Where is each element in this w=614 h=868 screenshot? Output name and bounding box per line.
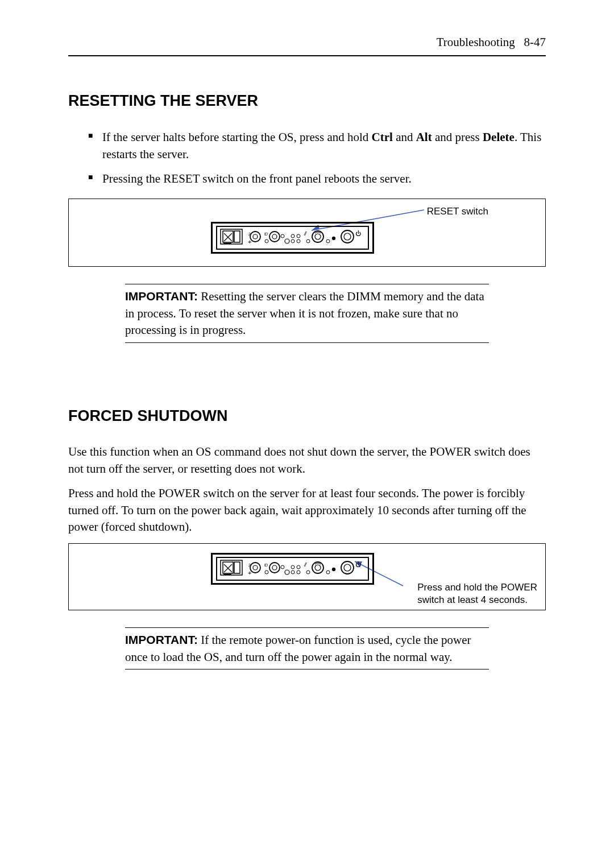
svg-rect-38 xyxy=(223,574,231,575)
svg-text:⏻: ⏻ xyxy=(355,230,361,237)
svg-point-24 xyxy=(315,234,321,239)
svg-point-57 xyxy=(326,571,330,574)
svg-text://: // xyxy=(304,231,308,237)
front-panel-svg-icon: 2 + ID // xyxy=(220,229,365,245)
svg-point-10 xyxy=(253,234,258,239)
svg-point-15 xyxy=(265,239,268,243)
svg-point-48 xyxy=(285,570,289,574)
svg-point-13 xyxy=(269,232,280,242)
svg-point-52 xyxy=(297,565,300,569)
important-label: IMPORTANT: xyxy=(125,290,198,303)
svg-point-59 xyxy=(341,561,354,574)
svg-rect-33 xyxy=(221,560,242,575)
svg-point-23 xyxy=(312,231,323,242)
svg-point-45 xyxy=(272,565,277,570)
key-alt: Alt xyxy=(416,130,432,144)
svg-point-54 xyxy=(312,562,323,573)
important-note-power: IMPORTANT: If the remote power-on functi… xyxy=(125,627,489,669)
svg-rect-6 xyxy=(234,231,240,242)
list-item: Pressing the RESET switch on the front p… xyxy=(102,171,546,187)
svg-point-44 xyxy=(269,563,280,573)
important-note-reset: IMPORTANT: Resetting the server clears t… xyxy=(125,284,489,342)
svg-point-27 xyxy=(332,237,335,240)
svg-point-21 xyxy=(297,234,300,238)
header-page: 8-47 xyxy=(524,35,546,49)
svg-point-26 xyxy=(326,239,330,243)
front-panel-svg-icon: 2 + ID // xyxy=(220,560,365,576)
svg-text:ID: ID xyxy=(264,563,268,567)
key-delete: Delete xyxy=(483,130,515,144)
svg-text://: // xyxy=(304,562,308,568)
svg-point-41 xyxy=(253,565,258,570)
list-item: If the server halts before starting the … xyxy=(102,129,546,163)
svg-rect-7 xyxy=(223,243,231,244)
reset-figure: RESET switch 2 + ID xyxy=(68,199,546,267)
svg-point-58 xyxy=(332,568,335,571)
svg-point-55 xyxy=(315,565,321,571)
power-switch-caption: Press and hold the POWER switch at least… xyxy=(417,581,537,606)
svg-text:⏻: ⏻ xyxy=(355,561,361,568)
resetting-server-heading: RESETTING THE SERVER xyxy=(68,90,546,112)
key-ctrl: Ctrl xyxy=(372,130,393,144)
svg-point-29 xyxy=(344,233,351,240)
forced-shutdown-para2: Press and hold the POWER switch on the s… xyxy=(68,485,546,535)
important-label: IMPORTANT: xyxy=(125,633,198,646)
svg-point-56 xyxy=(306,571,310,574)
svg-point-47 xyxy=(281,565,284,569)
header-section: Troubleshooting xyxy=(437,35,515,49)
svg-point-60 xyxy=(344,564,351,571)
svg-point-49 xyxy=(291,571,294,574)
svg-point-17 xyxy=(285,239,289,243)
reset-switch-label: RESET switch xyxy=(427,205,488,218)
svg-point-40 xyxy=(250,563,260,573)
svg-point-25 xyxy=(306,239,310,243)
svg-text:+: + xyxy=(248,238,251,245)
svg-rect-2 xyxy=(221,229,242,244)
page-header: Troubleshooting 8-47 xyxy=(68,34,546,56)
server-front-panel-icon: 2 + ID // xyxy=(211,222,374,254)
svg-point-9 xyxy=(250,232,260,242)
svg-point-18 xyxy=(291,239,294,243)
svg-text:+: + xyxy=(248,569,251,576)
svg-point-28 xyxy=(341,230,354,243)
forced-shutdown-para1: Use this function when an OS command doe… xyxy=(68,444,546,477)
svg-point-20 xyxy=(297,239,300,243)
svg-point-14 xyxy=(272,234,277,239)
forced-shutdown-heading: FORCED SHUTDOWN xyxy=(68,406,546,427)
svg-rect-37 xyxy=(234,562,240,573)
svg-point-19 xyxy=(291,234,294,238)
power-figure: 2 + ID // xyxy=(68,543,546,610)
svg-point-16 xyxy=(281,234,284,238)
server-front-panel-icon: 2 + ID // xyxy=(211,553,374,585)
svg-text:ID: ID xyxy=(264,232,268,236)
reset-bullet-list: If the server halts before starting the … xyxy=(68,129,546,187)
svg-point-51 xyxy=(297,571,300,574)
svg-point-50 xyxy=(291,565,294,569)
svg-point-46 xyxy=(265,571,268,574)
